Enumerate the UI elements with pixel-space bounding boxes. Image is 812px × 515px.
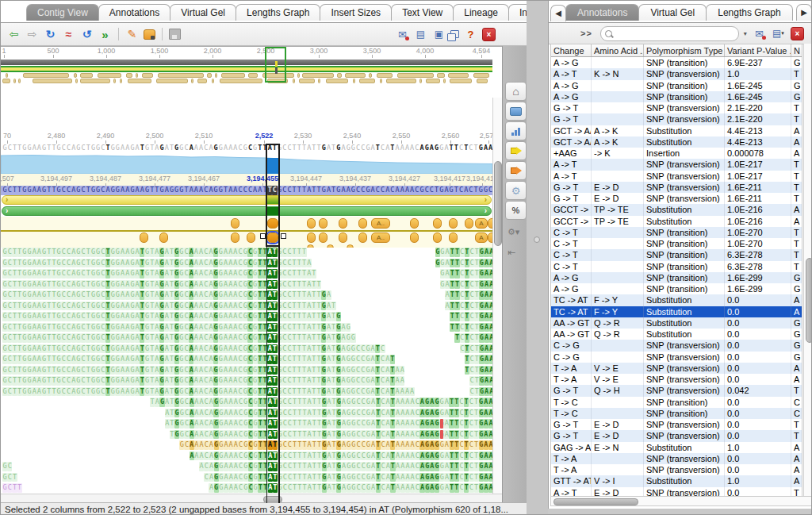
tab-annotations[interactable]: Annotations (98, 4, 170, 21)
variant-marker-labeled[interactable]: A (475, 218, 488, 229)
save-icon[interactable] (169, 29, 181, 40)
table-row[interactable]: G -> TQ -> HSNP (transversion)0.042T (551, 385, 802, 396)
variant-marker[interactable] (231, 233, 239, 243)
scrollbar-thumb[interactable] (494, 161, 502, 246)
collapse-icon[interactable]: ⇤ (508, 247, 515, 258)
horizontal-scrollbar[interactable] (550, 496, 812, 506)
table-row[interactable]: A -> GSNP (transition)1.6E-245G (551, 91, 802, 102)
cascade-icon[interactable] (450, 30, 459, 38)
polymorphism-tracks[interactable]: A..AA..A (1, 217, 492, 248)
column-header[interactable]: Change (551, 44, 592, 56)
table-row[interactable]: AA -> GTQ -> RSubstitution0.0G (551, 329, 802, 340)
table-row[interactable]: C -> GSNP (transversion)0.0G (551, 340, 802, 351)
tab-scroll-right-icon[interactable]: ▶ (796, 4, 812, 21)
table-row[interactable]: T -> AV -> ESNP (transversion)0.0A (551, 374, 802, 385)
tab-virtual-gel[interactable]: Virtual Gel (170, 4, 236, 21)
tab-lengths-graph[interactable]: Lengths Graph (236, 4, 320, 21)
variant-marker[interactable] (231, 218, 239, 229)
gear-menu-icon[interactable]: ⚙▾ (508, 227, 519, 237)
table-row[interactable]: G -> TSNP (transversion)2.1E-220T (551, 102, 802, 113)
report-icon[interactable]: ▤▾ (772, 27, 785, 40)
variant-marker[interactable] (307, 218, 316, 229)
table-row[interactable]: AA -> GTQ -> RSubstitution0.0G (551, 317, 802, 329)
search-input[interactable] (612, 28, 738, 40)
tab-virtual-gel[interactable]: Virtual Gel (638, 4, 707, 21)
vertical-scrollbar[interactable] (492, 98, 502, 503)
table-row[interactable]: C -> TSNP (transition)6.3E-278T (551, 261, 802, 272)
table-row[interactable]: G -> TSNP (transversion)2.1E-220T (551, 113, 802, 125)
search-box[interactable] (600, 26, 739, 41)
table-row[interactable]: A -> GSNP (transition)1.6E-299G (551, 272, 802, 283)
selection-handle[interactable] (281, 233, 286, 239)
annotation-track-yellow[interactable]: › › (2, 195, 492, 205)
column-header[interactable]: Polymorphism Type (644, 44, 725, 56)
tab-lineage[interactable]: Lineage (453, 4, 509, 21)
variant-marker[interactable] (140, 233, 148, 243)
tab-text-view[interactable]: Text View (391, 4, 454, 21)
table-row[interactable]: +AAG-> KInsertion0.000078A (551, 148, 802, 159)
spiral-icon[interactable]: ↺ (80, 28, 94, 41)
forward-icon[interactable]: ⇨ (25, 28, 39, 41)
contig-overview[interactable]: 15001,0001,5002,0002,5003,0003,5004,0004… (1, 47, 502, 83)
table-row[interactable]: A -> TE -> DSNP (transversion)0.0T (551, 487, 802, 497)
tab-insert-sizes[interactable]: Insert Sizes (320, 4, 392, 21)
mail-icon[interactable]: ✉ (753, 27, 766, 40)
tab-scroll-left-icon[interactable]: ◀ (550, 5, 566, 21)
bag-icon[interactable] (144, 29, 155, 40)
variant-marker[interactable] (319, 218, 327, 229)
table-row[interactable]: G -> TE -> DSNP (transversion)1.6E-211T (551, 182, 802, 193)
chart-button[interactable] (505, 121, 527, 140)
table-row[interactable]: G -> TE -> DSNP (transversion)0.0T (551, 430, 802, 441)
table-row[interactable]: GCCT -> /TP -> TESubstitution1.0E-216A (551, 216, 802, 227)
column-header[interactable]: N (791, 44, 802, 56)
window-icon[interactable]: ▣ (432, 28, 446, 41)
table-row[interactable]: G -> TE -> DSNP (transversion)1.6E-211T (551, 193, 802, 204)
column-header[interactable]: Amino Acid ... (592, 44, 644, 56)
variant-marker[interactable] (433, 218, 442, 229)
table-row[interactable]: A -> TSNP (transversion)1.0E-217T (551, 171, 802, 182)
home-button[interactable]: ⌂ (505, 82, 527, 101)
percent-button[interactable]: % (505, 201, 527, 220)
table-row[interactable]: A -> TK -> NSNP (transversion)1.0T (551, 68, 802, 79)
arrow-orange-button[interactable] (505, 161, 527, 180)
variant-marker[interactable] (358, 233, 367, 243)
table-row[interactable]: GCCT -> /TP -> TESubstitution1.0E-216A (551, 204, 802, 215)
panel-splitter[interactable] (527, 1, 548, 515)
table-row[interactable]: A -> GSNP (transition)1.6E-299G (551, 283, 802, 294)
refresh-icon[interactable]: ↻ (44, 28, 57, 41)
variant-marker[interactable] (449, 218, 458, 229)
table-row[interactable]: GCT -> A/A -> KSubstitution4.4E-213A (551, 136, 802, 148)
arrow-yellow-button[interactable] (505, 141, 527, 160)
gear-button[interactable]: ⚙ (505, 181, 527, 200)
table-row[interactable]: C -> GSNP (transversion)0.0G (551, 352, 802, 363)
strands-icon[interactable]: ≈ (62, 28, 75, 41)
variant-marker[interactable] (339, 233, 347, 243)
variant-marker[interactable] (247, 233, 255, 243)
tab-contig-view[interactable]: Contig View (26, 4, 99, 21)
alignment-viewport[interactable]: 15001,0001,5002,0002,5003,0003,5004,0004… (1, 46, 502, 503)
search-dropdown-icon[interactable]: ▾ (744, 30, 747, 37)
variant-marker[interactable] (339, 218, 347, 229)
table-row[interactable]: C -> TSNP (transition)6.3E-278T (551, 249, 802, 260)
mail-icon[interactable]: ✉ (396, 28, 409, 41)
scrollbar-thumb[interactable] (806, 258, 812, 343)
table-row[interactable]: A -> GSNP (transition)1.6E-245G (551, 80, 802, 91)
table-row[interactable]: T -> ASNP (transversion)0.0A (551, 464, 802, 475)
variant-marker[interactable] (159, 233, 168, 243)
vertical-scrollbar[interactable] (803, 44, 812, 496)
table-row[interactable]: A -> GSNP (transition)6.9E-237G (551, 57, 802, 68)
column-header[interactable]: Variant P-Value ... (725, 44, 791, 56)
variant-marker-labeled[interactable]: A (475, 233, 488, 243)
variant-marker[interactable] (449, 233, 458, 243)
table-row[interactable]: T -> AV -> ESNP (transversion)0.0A (551, 363, 802, 374)
table-row[interactable]: T -> CSNP (transition)0.0C (551, 397, 802, 408)
table-row[interactable]: TC -> ATF -> YSubstitution0.0A (551, 306, 802, 317)
table-row[interactable]: GTT -> ATV -> ISubstitution1.0A (551, 475, 802, 486)
variant-marker-labeled[interactable]: A.. (371, 218, 390, 229)
tab-lengths-graph[interactable]: Lengths Graph (706, 4, 792, 21)
table-row[interactable]: A -> TSNP (transversion)1.0E-217T (551, 159, 802, 170)
close-icon[interactable]: × (791, 27, 804, 40)
splitter-handle-icon[interactable] (534, 236, 540, 243)
overview-selection-box[interactable] (265, 47, 286, 83)
table-row[interactable]: T -> CSNP (transition)0.0C (551, 408, 802, 419)
